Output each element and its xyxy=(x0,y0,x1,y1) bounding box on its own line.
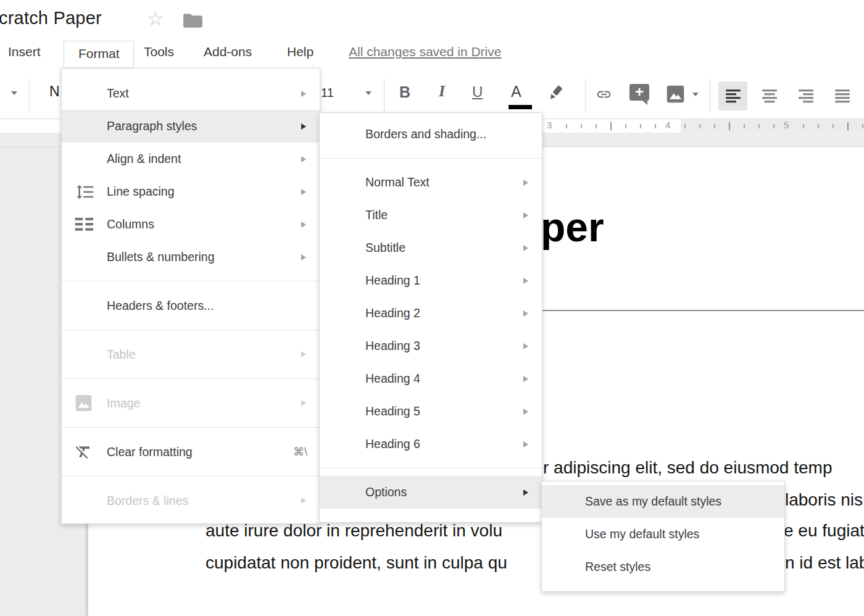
menu-item-heading-3[interactable]: Heading 3 xyxy=(320,330,542,362)
menu-item-title[interactable]: Title xyxy=(320,199,542,231)
submenu-arrow-icon xyxy=(523,180,528,186)
document-heading-fragment: per xyxy=(541,204,604,251)
toolbar-separator xyxy=(710,79,710,112)
submenu-arrow-icon xyxy=(301,254,306,260)
google-docs-window: cratch Paper ☆ Insert Format Tools Add-o… xyxy=(0,0,864,616)
align-right-icon[interactable] xyxy=(791,81,820,110)
document-text-line: n id est lab xyxy=(785,553,864,573)
toolbar-separator xyxy=(29,79,30,112)
menu-item-align-indent[interactable]: Align & indent xyxy=(62,143,320,175)
menu-item-heading-1[interactable]: Heading 1 xyxy=(320,264,542,297)
format-menu: Text Paragraph styles Align & indent Lin… xyxy=(61,68,320,524)
menu-item-line-spacing[interactable]: Line spacing xyxy=(62,175,320,208)
submenu-arrow-icon xyxy=(523,343,528,349)
menu-item-columns[interactable]: Columns xyxy=(62,208,320,241)
insert-link-icon[interactable] xyxy=(593,86,615,102)
submenu-arrow-icon xyxy=(301,400,306,406)
text-color-swatch xyxy=(509,105,532,109)
menu-divider xyxy=(62,378,320,379)
document-text-line: e eu fugiat xyxy=(784,521,864,541)
insert-image-caret-icon[interactable] xyxy=(692,93,699,96)
menu-insert[interactable]: Insert xyxy=(8,44,41,59)
document-title[interactable]: cratch Paper xyxy=(0,8,102,28)
menu-item-bullets-numbering[interactable]: Bullets & numbering xyxy=(62,241,320,273)
menu-divider xyxy=(62,330,320,330)
submenu-arrow-icon xyxy=(301,222,306,228)
italic-button[interactable]: I xyxy=(439,82,445,101)
shortcut-label: ⌘\ xyxy=(293,445,307,459)
menu-item-table: Table xyxy=(62,338,320,371)
ruler-number: 5 xyxy=(781,120,791,130)
folder-icon[interactable] xyxy=(182,12,204,30)
font-size-caret-icon[interactable] xyxy=(365,91,372,95)
menu-format[interactable]: Format xyxy=(64,41,134,68)
menu-item-heading-4[interactable]: Heading 4 xyxy=(320,362,542,395)
menu-addons[interactable]: Add-ons xyxy=(204,44,252,59)
menu-item-clear-formatting[interactable]: Clear formatting ⌘\ xyxy=(62,435,320,468)
submenu-arrow-icon xyxy=(301,156,306,162)
paragraph-style-selector[interactable]: N xyxy=(49,83,60,100)
menu-divider xyxy=(62,427,320,428)
submenu-arrow-icon xyxy=(523,409,528,415)
submenu-arrow-icon xyxy=(523,212,528,219)
submenu-arrow-icon xyxy=(523,489,528,496)
clear-formatting-icon xyxy=(74,443,93,461)
ruler-number: 4 xyxy=(663,120,673,130)
image-icon xyxy=(74,394,93,413)
document-text-line: r adipiscing elit, sed do eiusmod temp xyxy=(543,458,832,478)
caret-down-icon[interactable] xyxy=(11,91,17,95)
insert-image-icon[interactable] xyxy=(665,84,686,104)
menu-item-use-default-styles[interactable]: Use my default styles xyxy=(542,518,784,551)
submenu-arrow-icon xyxy=(523,376,528,382)
highlighter-icon[interactable] xyxy=(546,84,564,102)
submenu-arrow-icon xyxy=(523,441,528,447)
menu-help[interactable]: Help xyxy=(287,44,314,59)
options-menu: Save as my default styles Use my default… xyxy=(541,481,785,592)
menu-item-headers-footers[interactable]: Headers & footers... xyxy=(62,289,320,322)
text-color-button[interactable]: A xyxy=(511,83,521,101)
submenu-arrow-icon xyxy=(523,245,528,251)
menu-divider xyxy=(320,468,542,468)
paragraph-styles-menu: Borders and shading... Normal Text Title… xyxy=(319,112,542,523)
menu-item-normal-text[interactable]: Normal Text xyxy=(320,166,542,199)
font-size-value[interactable]: 11 xyxy=(321,86,334,100)
submenu-arrow-icon xyxy=(301,351,306,357)
submenu-arrow-icon xyxy=(301,497,306,504)
menu-item-paragraph-styles[interactable]: Paragraph styles xyxy=(62,110,320,143)
menu-divider xyxy=(62,281,320,281)
toolbar-separator xyxy=(585,79,586,112)
menu-divider xyxy=(320,158,542,159)
columns-icon xyxy=(74,216,95,233)
menu-item-borders-shading[interactable]: Borders and shading... xyxy=(320,118,542,151)
document-text-line: laboris nis xyxy=(785,490,863,510)
align-justify-icon[interactable] xyxy=(828,81,857,110)
menu-item-heading-6[interactable]: Heading 6 xyxy=(320,428,542,460)
underline-button[interactable]: U xyxy=(472,83,483,101)
submenu-arrow-icon xyxy=(523,310,528,317)
menu-tools[interactable]: Tools xyxy=(144,44,174,59)
menu-item-reset-styles[interactable]: Reset styles xyxy=(542,551,784,583)
document-text-line: cupidatat non proident, sunt in culpa qu xyxy=(206,553,507,573)
menu-item-borders-lines: Borders & lines xyxy=(62,484,320,517)
menu-item-options[interactable]: Options xyxy=(320,476,542,509)
menu-item-save-default-styles[interactable]: Save as my default styles xyxy=(542,485,784,518)
menu-divider xyxy=(62,476,320,477)
submenu-arrow-icon xyxy=(301,91,306,97)
submenu-arrow-icon xyxy=(301,123,306,130)
insert-comment-icon[interactable]: + xyxy=(629,84,649,101)
ruler-number: 3 xyxy=(544,120,554,130)
submenu-arrow-icon xyxy=(301,189,306,195)
line-spacing-icon xyxy=(74,182,96,202)
toolbar-separator xyxy=(384,79,384,112)
menu-item-subtitle[interactable]: Subtitle xyxy=(320,231,542,264)
align-center-icon[interactable] xyxy=(755,81,784,110)
submenu-arrow-icon xyxy=(523,278,528,284)
star-icon[interactable]: ☆ xyxy=(147,9,164,30)
menu-item-heading-5[interactable]: Heading 5 xyxy=(320,395,542,428)
bold-button[interactable]: B xyxy=(399,83,410,101)
menu-item-text[interactable]: Text xyxy=(62,77,320,110)
align-left-icon[interactable] xyxy=(718,81,747,110)
menu-item-image: Image xyxy=(62,386,320,420)
saved-status-link[interactable]: All changes saved in Drive xyxy=(349,44,501,59)
menu-item-heading-2[interactable]: Heading 2 xyxy=(320,297,542,330)
